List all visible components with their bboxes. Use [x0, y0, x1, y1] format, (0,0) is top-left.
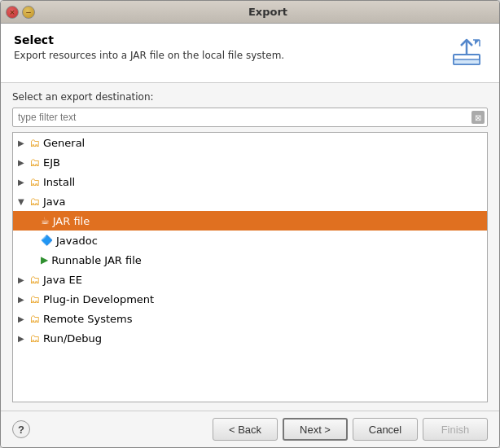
svg-rect-1	[454, 59, 480, 64]
tree-item-runnable-jar[interactable]: ▶Runnable JAR file	[13, 250, 487, 270]
minimize-button[interactable]: −	[22, 6, 35, 19]
close-icon: ×	[9, 8, 15, 16]
folder-icon: 🗂	[29, 156, 40, 169]
folder-icon: 🗂	[29, 137, 40, 149]
back-button[interactable]: < Back	[213, 418, 278, 441]
minimize-icon: −	[25, 8, 32, 16]
footer: ? < Back Next > Cancel Finish	[1, 411, 499, 447]
content-area: Select an export destination: ⊠ ▶🗂Genera…	[1, 83, 499, 411]
tree-item-java[interactable]: ▼🗂Java	[13, 191, 487, 211]
filter-input-wrapper: ⊠	[12, 108, 488, 127]
filter-input[interactable]	[12, 108, 488, 127]
footer-left: ?	[12, 420, 30, 438]
folder-icon: 🗂	[29, 274, 40, 286]
tree-item-label-jar-file: JAR file	[53, 215, 90, 227]
export-icon	[447, 33, 486, 72]
tree-toggle-java-ee[interactable]: ▶	[18, 275, 29, 284]
folder-icon: 🗂	[29, 293, 40, 305]
tree-item-plugin-dev[interactable]: ▶🗂Plug-in Development	[13, 289, 487, 309]
tree-item-label-remote-sys: Remote Systems	[43, 313, 133, 325]
tree-item-javadoc[interactable]: 🔷Javadoc	[13, 231, 487, 250]
tree-toggle-general[interactable]: ▶	[18, 138, 29, 147]
tree-item-label-general: General	[43, 137, 85, 149]
tree-toggle-install[interactable]: ▶	[18, 178, 29, 187]
tree-item-run-debug[interactable]: ▶🗂Run/Debug	[13, 328, 487, 348]
header-panel: Select Export resources into a JAR file …	[1, 24, 499, 83]
tree-item-java-ee[interactable]: ▶🗂Java EE	[13, 270, 487, 289]
section-label: Select an export destination:	[12, 91, 488, 103]
tree-item-label-java-ee: Java EE	[43, 274, 82, 286]
folder-icon: 🗂	[29, 313, 40, 325]
tree-toggle-ejb[interactable]: ▶	[18, 158, 29, 167]
tree-item-install[interactable]: ▶🗂Install	[13, 172, 487, 191]
footer-buttons: < Back Next > Cancel Finish	[213, 418, 488, 441]
finish-button[interactable]: Finish	[423, 418, 488, 441]
tree-toggle-java[interactable]: ▼	[18, 197, 29, 206]
tree-toggle-plugin-dev[interactable]: ▶	[18, 295, 29, 304]
folder-icon: 🗂	[29, 195, 40, 208]
filter-clear-button[interactable]: ⊠	[471, 111, 485, 124]
tree-item-label-java: Java	[43, 195, 65, 208]
help-button[interactable]: ?	[12, 420, 30, 438]
tree-item-general[interactable]: ▶🗂General	[13, 133, 487, 152]
header-text: Select Export resources into a JAR file …	[14, 33, 284, 61]
jar-file-icon: ☕	[41, 215, 50, 226]
tree-item-label-javadoc: Javadoc	[56, 235, 98, 247]
tree-toggle-run-debug[interactable]: ▶	[18, 334, 29, 343]
close-button[interactable]: ×	[6, 6, 19, 19]
tree-item-label-run-debug: Run/Debug	[43, 332, 102, 345]
tree-item-remote-sys[interactable]: ▶🗂Remote Systems	[13, 309, 487, 328]
next-button[interactable]: Next >	[283, 418, 348, 441]
tree-item-ejb[interactable]: ▶🗂EJB	[13, 152, 487, 172]
tree-item-jar-file[interactable]: ☕JAR file	[13, 211, 487, 231]
tree-item-label-install: Install	[43, 176, 75, 188]
tree-toggle-remote-sys[interactable]: ▶	[18, 314, 29, 323]
tree-container[interactable]: ▶🗂General▶🗂EJB▶🗂Install▼🗂Java☕JAR file🔷J…	[12, 132, 488, 402]
javadoc-icon: 🔷	[41, 235, 53, 246]
runnable-jar-icon: ▶	[41, 254, 48, 266]
header-description: Export resources into a JAR file on the …	[14, 50, 284, 61]
titlebar-buttons: × −	[6, 6, 35, 19]
header-title: Select	[14, 33, 284, 46]
export-svg-icon	[450, 37, 483, 69]
titlebar: × − Export	[1, 1, 499, 24]
cancel-button[interactable]: Cancel	[353, 418, 418, 441]
tree-item-label-plugin-dev: Plug-in Development	[43, 293, 154, 305]
window-title: Export	[42, 6, 494, 18]
tree-item-label-ejb: EJB	[43, 156, 60, 169]
folder-icon: 🗂	[29, 332, 40, 345]
tree-item-label-runnable-jar: Runnable JAR file	[51, 254, 142, 266]
export-dialog: × − Export Select Export resources into …	[0, 0, 500, 448]
folder-icon: 🗂	[29, 176, 40, 188]
